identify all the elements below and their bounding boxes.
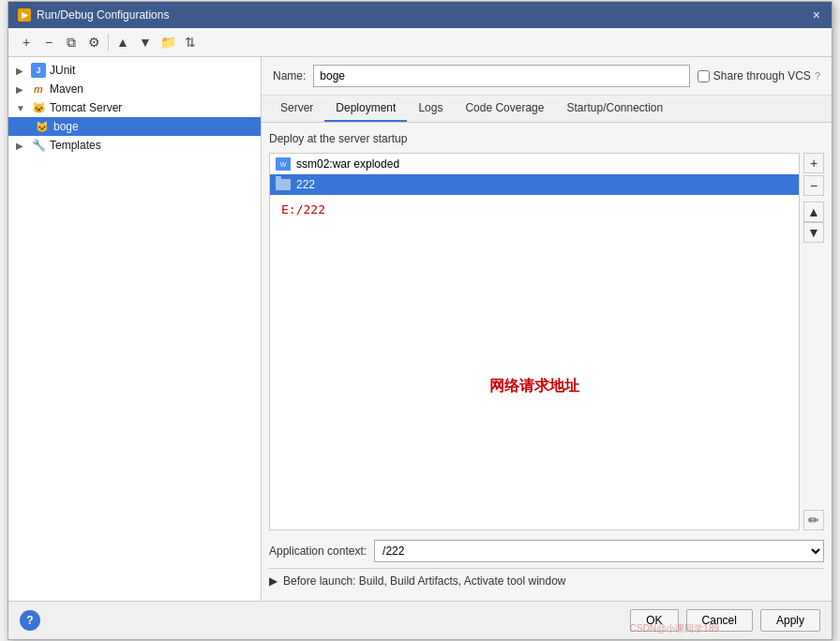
deploy-area: W ssm02:war exploded 222 E:/222 (269, 153, 824, 530)
tomcat-chevron: ▼ (16, 103, 27, 113)
settings-button[interactable]: ⚙ (83, 32, 104, 52)
deploy-item-222[interactable]: 222 (270, 174, 799, 195)
maven-chevron: ▶ (16, 84, 27, 95)
name-row: Name: Share through VCS ? (262, 57, 832, 96)
tree-item-maven[interactable]: ▶ m Maven (8, 80, 261, 98)
share-vcs-label: Share through VCS (713, 69, 811, 82)
move-up-button[interactable]: ▲ (112, 32, 133, 52)
tomcat-icon: 🐱 (31, 100, 46, 115)
scroll-buttons: ▲ ▼ (803, 201, 824, 243)
scroll-down-button[interactable]: ▼ (803, 222, 824, 243)
war-icon: W (276, 157, 291, 171)
add-config-button[interactable]: + (16, 32, 37, 52)
deploy-list: W ssm02:war exploded 222 E:/222 (269, 153, 800, 530)
tree-item-boge[interactable]: 🐱 boge (8, 117, 261, 136)
tab-bar: Server Deployment Logs Code Coverage Sta… (262, 96, 832, 123)
templates-icon: 🔧 (31, 138, 46, 153)
tab-deployment[interactable]: Deployment (324, 96, 407, 122)
remove-deploy-button[interactable]: − (803, 175, 824, 196)
before-launch-label: Before launch: Build, Build Artifacts, A… (283, 574, 566, 588)
main-content: ▶ J JUnit ▶ m Maven ▼ 🐱 Tomcat Server 🐱 … (8, 57, 832, 601)
deploy-side-buttons: + − ▲ ▼ ✏ (803, 153, 824, 530)
share-vcs-group: Share through VCS ? (698, 69, 820, 82)
help-button[interactable]: ? (20, 610, 40, 631)
name-label: Name: (273, 69, 306, 82)
close-button[interactable]: × (811, 7, 822, 22)
bottom-bar: ? OK Cancel Apply CSDN@小课同学189 (8, 601, 832, 639)
remove-config-button[interactable]: − (38, 32, 59, 52)
deploy-item-222-label: 222 (296, 178, 315, 191)
cancel-button[interactable]: Cancel (686, 609, 753, 632)
junit-icon: J (31, 63, 46, 78)
dialog-icon: ▶ (18, 8, 31, 22)
tab-startup[interactable]: Startup/Connection (555, 96, 674, 122)
share-vcs-checkbox[interactable] (698, 70, 710, 82)
title-bar-left: ▶ Run/Debug Configurations (18, 8, 169, 22)
app-context-label: Application context: (269, 544, 367, 558)
maven-icon: m (31, 82, 46, 97)
tab-server[interactable]: Server (269, 96, 324, 122)
before-launch-section: ▶ Before launch: Build, Build Artifacts,… (269, 568, 824, 593)
context-label-text: 网络请求地址 (486, 373, 583, 400)
name-input[interactable] (313, 65, 689, 87)
sort-button[interactable]: ⇅ (180, 32, 201, 52)
maven-label: Maven (50, 82, 83, 96)
dialog-title: Run/Debug Configurations (37, 8, 169, 22)
move-down-button[interactable]: ▼ (135, 32, 156, 52)
toolbar-separator (108, 34, 109, 51)
deploy-item-ssm02[interactable]: W ssm02:war exploded (270, 154, 799, 174)
deploy-item-ssm02-label: ssm02:war exploded (296, 157, 399, 171)
folder-222-icon (276, 177, 291, 192)
app-context-select[interactable]: /222 (374, 540, 824, 562)
tomcat-label: Tomcat Server (50, 101, 122, 114)
copy-config-button[interactable]: ⧉ (61, 32, 82, 52)
add-deploy-button[interactable]: + (803, 153, 824, 173)
apply-button[interactable]: Apply (760, 609, 820, 632)
tab-coverage[interactable]: Code Coverage (454, 96, 555, 122)
folder-button[interactable]: 📁 (158, 32, 178, 52)
junit-label: JUnit (50, 64, 75, 77)
run-debug-dialog: ▶ Run/Debug Configurations × + − ⧉ ⚙ ▲ ▼… (8, 1, 832, 640)
left-panel: ▶ J JUnit ▶ m Maven ▼ 🐱 Tomcat Server 🐱 … (8, 57, 262, 601)
tree-item-junit[interactable]: ▶ J JUnit (8, 61, 261, 80)
before-launch-chevron: ▶ (269, 574, 278, 588)
before-launch-header[interactable]: ▶ Before launch: Build, Build Artifacts,… (269, 574, 824, 588)
right-panel: Name: Share through VCS ? Server Deploym… (262, 57, 832, 601)
tree-item-templates[interactable]: ▶ 🔧 Templates (8, 136, 261, 155)
junit-chevron: ▶ (16, 66, 27, 76)
deploy-section-label: Deploy at the server startup (269, 130, 824, 147)
title-bar: ▶ Run/Debug Configurations × (8, 2, 832, 28)
tree-item-tomcat[interactable]: ▼ 🐱 Tomcat Server (8, 98, 261, 117)
error-path: E:/222 (270, 195, 799, 224)
edit-deploy-button[interactable]: ✏ (803, 510, 824, 530)
tab-logs[interactable]: Logs (407, 96, 454, 122)
deployment-tab-content: Deploy at the server startup W ssm02:war… (262, 123, 832, 601)
templates-chevron: ▶ (16, 141, 27, 151)
toolbar: + − ⧉ ⚙ ▲ ▼ 📁 ⇅ (8, 28, 832, 57)
app-context-row: Application context: /222 (269, 534, 824, 568)
scroll-up-button[interactable]: ▲ (803, 201, 824, 222)
help-area: ? (20, 610, 40, 631)
boge-icon: 🐱 (35, 119, 50, 134)
ok-button[interactable]: OK (630, 609, 678, 632)
templates-label: Templates (50, 139, 101, 152)
boge-label: boge (53, 120, 79, 133)
share-vcs-help[interactable]: ? (815, 70, 820, 82)
